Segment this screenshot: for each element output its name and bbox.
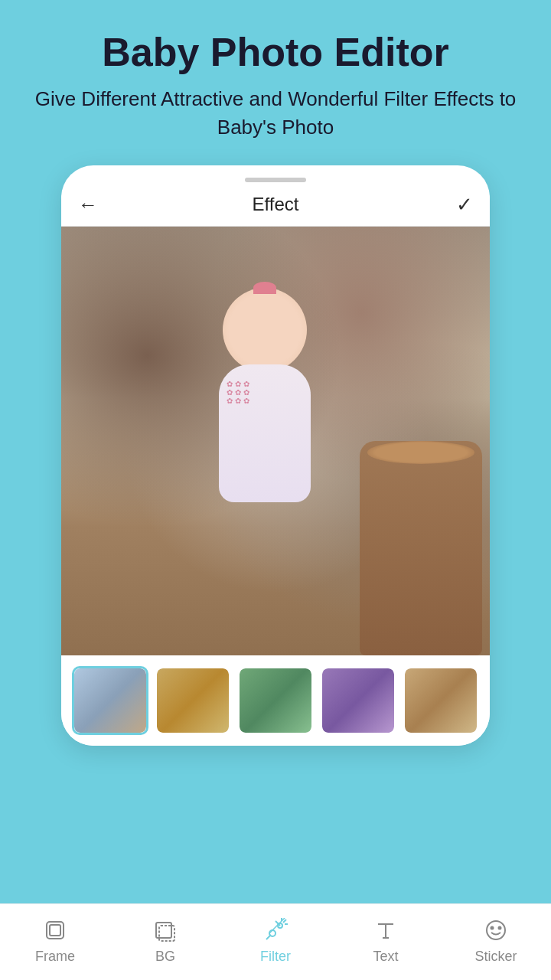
- confirm-button[interactable]: ✓: [445, 193, 473, 217]
- filter-thumb-purple[interactable]: [320, 666, 396, 735]
- app-subtitle: Give Different Attractive and Wonderful …: [0, 85, 551, 141]
- svg-point-15: [487, 921, 505, 939]
- filter-warm-preview: [157, 668, 229, 733]
- sticker-icon: [482, 916, 510, 944]
- phone-mockup: ← Effect ✓: [61, 165, 490, 746]
- svg-line-9: [283, 920, 286, 923]
- svg-rect-1: [50, 925, 60, 936]
- effect-header: ← Effect ✓: [61, 193, 490, 227]
- sticker-label: Sticker: [474, 949, 517, 965]
- filter-label: Filter: [260, 949, 291, 965]
- bg-label: BG: [155, 949, 175, 965]
- baby-bow: [253, 282, 276, 294]
- filter-normal-preview: [74, 668, 146, 733]
- text-label: Text: [373, 949, 398, 965]
- filter-thumb-warm[interactable]: [155, 666, 231, 735]
- frame-icon: [41, 916, 69, 944]
- log-stump: [360, 441, 482, 655]
- baby-body: [219, 364, 311, 502]
- frame-label: Frame: [35, 949, 75, 965]
- baby-head: [223, 288, 307, 372]
- filter-sepia-preview: [405, 668, 477, 733]
- screen-title: Effect: [253, 194, 299, 215]
- baby-figure: [158, 288, 372, 609]
- filter-strip: [61, 655, 490, 746]
- bottom-nav: Frame BG Filter: [0, 903, 551, 980]
- app-title: Baby Photo Editor: [102, 31, 449, 74]
- filter-thumb-green[interactable]: [237, 666, 314, 735]
- phone-notch: [245, 178, 306, 182]
- back-button[interactable]: ←: [78, 193, 106, 217]
- filter-icon: [262, 916, 289, 944]
- nav-item-frame[interactable]: Frame: [5, 916, 105, 965]
- nav-item-text[interactable]: Text: [336, 916, 435, 965]
- filter-green-preview: [240, 668, 311, 733]
- nav-item-sticker[interactable]: Sticker: [446, 916, 546, 965]
- nav-item-bg[interactable]: BG: [116, 916, 215, 965]
- photo-area: [61, 227, 490, 655]
- svg-point-17: [499, 927, 501, 929]
- filter-purple-preview: [322, 668, 394, 733]
- svg-point-16: [491, 927, 494, 929]
- filter-thumb-sepia[interactable]: [403, 666, 479, 735]
- bg-icon: [152, 916, 179, 944]
- svg-line-7: [266, 935, 271, 939]
- nav-item-filter[interactable]: Filter: [226, 916, 325, 965]
- text-icon: [372, 916, 399, 944]
- filter-thumb-normal[interactable]: [72, 666, 148, 735]
